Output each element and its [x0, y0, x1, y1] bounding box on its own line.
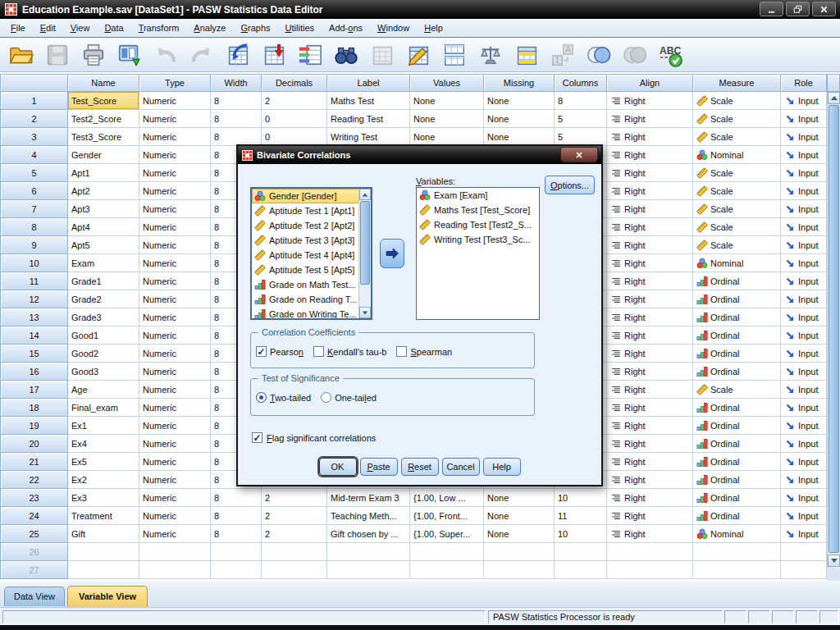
cell-align[interactable]: Right [607, 254, 693, 272]
ok-button[interactable]: OK [319, 458, 357, 476]
menu-utilities[interactable]: Utilities [278, 21, 322, 35]
dialog-close-button[interactable] [560, 147, 598, 162]
radio-twotailed[interactable]: Two-tailed [256, 392, 311, 403]
cell-role[interactable]: Input [781, 146, 827, 164]
cell-role[interactable]: Input [781, 182, 827, 200]
menu-graphs[interactable]: Graphs [233, 21, 277, 35]
cell-align[interactable]: Right [607, 525, 693, 543]
cell-measure[interactable]: Ordinal [693, 453, 781, 471]
cell-align[interactable]: Right [607, 182, 693, 200]
row-number[interactable]: 5 [0, 164, 68, 182]
menu-file[interactable]: File [3, 21, 33, 35]
cell-measure[interactable]: Scale [693, 200, 781, 218]
cell-name[interactable]: Ex1 [68, 417, 139, 435]
cell-type[interactable]: Numeric [139, 471, 211, 489]
flag-significant-checkbox[interactable]: Flag significant correlations [252, 432, 376, 443]
cell-role[interactable]: Input [781, 254, 827, 272]
cell-measure[interactable]: Scale [693, 236, 781, 254]
tab-data-view[interactable]: Data View [4, 587, 65, 606]
cell-role[interactable]: Input [781, 489, 827, 507]
cell-measure[interactable]: Scale [693, 92, 781, 110]
variables-list-item[interactable]: Exam [Exam] [417, 188, 539, 203]
checkbox-pearson[interactable]: Pearson [256, 346, 304, 357]
cell-decimals[interactable]: 2 [262, 92, 327, 110]
cell-align[interactable]: Right [607, 92, 693, 110]
cell-role[interactable]: Input [781, 525, 827, 543]
cell-align[interactable]: Right [607, 399, 693, 417]
cell-role[interactable]: Input [781, 363, 827, 381]
variables-button[interactable] [294, 40, 326, 70]
cell-columns[interactable] [555, 543, 607, 561]
row-number[interactable]: 18 [0, 399, 68, 417]
close-button[interactable] [812, 2, 836, 16]
cell-label[interactable] [327, 561, 410, 579]
row-number[interactable]: 8 [0, 218, 68, 236]
cell-missing[interactable]: None [484, 92, 555, 110]
column-header-name[interactable]: Name [68, 74, 139, 92]
cell-type[interactable]: Numeric [139, 525, 211, 543]
cell-values[interactable] [410, 543, 484, 561]
cell-columns[interactable]: 10 [555, 525, 607, 543]
insert-variable-button[interactable] [403, 40, 434, 70]
cell-type[interactable]: Numeric [139, 218, 211, 236]
cell-name[interactable]: Grade1 [68, 272, 139, 290]
cell-name[interactable]: Exam [68, 254, 139, 272]
cell-align[interactable] [607, 561, 693, 579]
cell-measure[interactable]: Nominal [693, 146, 781, 164]
list-scroll-thumb[interactable] [360, 201, 370, 285]
cell-decimals[interactable]: 2 [262, 507, 327, 525]
row-number[interactable]: 20 [0, 435, 68, 453]
cell-align[interactable]: Right [607, 308, 693, 326]
cell-name[interactable]: Apt5 [68, 236, 139, 254]
menu-addons[interactable]: Add-ons [322, 21, 370, 35]
cell-label[interactable]: Reading Test [327, 110, 410, 128]
list-scroll-up-button[interactable] [359, 189, 371, 200]
cell-role[interactable]: Input [781, 453, 827, 471]
cell-type[interactable]: Numeric [139, 417, 211, 435]
variables-list-item[interactable]: Maths Test [Test_Score] [417, 203, 539, 217]
cell-type[interactable]: Numeric [139, 507, 211, 525]
cancel-button[interactable]: Cancel [442, 458, 480, 476]
cell-name[interactable]: Apt2 [68, 182, 139, 200]
cell-decimals[interactable]: 0 [262, 110, 327, 128]
cell-name[interactable]: Test3_Score [68, 128, 139, 146]
row-number[interactable]: 21 [0, 453, 68, 471]
cell-label[interactable]: Writing Test [327, 128, 410, 146]
cell-decimals[interactable] [262, 543, 327, 561]
minimize-button[interactable] [760, 2, 783, 16]
menu-data[interactable]: Data [97, 21, 130, 35]
cell-values[interactable]: {1.00, Low ... [410, 489, 484, 507]
cell-decimals[interactable]: 2 [262, 489, 327, 507]
cell-width[interactable]: 8 [211, 525, 262, 543]
cell-role[interactable]: Input [781, 92, 827, 110]
cell-type[interactable]: Numeric [139, 146, 211, 164]
row-number[interactable]: 10 [0, 254, 68, 272]
cell-decimals[interactable]: 2 [262, 525, 327, 543]
row-number[interactable]: 2 [0, 110, 68, 128]
cell-missing[interactable]: None [484, 110, 555, 128]
open-data-button[interactable] [6, 40, 37, 70]
row-number[interactable]: 11 [0, 272, 68, 290]
cell-type[interactable]: Numeric [139, 272, 211, 290]
cell-align[interactable]: Right [607, 164, 693, 182]
paste-button[interactable]: Paste [360, 458, 398, 476]
cell-width[interactable]: 8 [211, 110, 262, 128]
menu-analyze[interactable]: Analyze [186, 21, 233, 35]
cell-missing[interactable]: None [484, 525, 555, 543]
cell-align[interactable]: Right [607, 110, 693, 128]
row-number[interactable]: 3 [0, 128, 68, 146]
cell-values[interactable] [410, 561, 484, 579]
cell-measure[interactable]: Ordinal [693, 272, 781, 290]
cell-missing[interactable]: None [484, 507, 555, 525]
cell-columns[interactable]: 11 [555, 507, 607, 525]
scroll-up-button[interactable] [828, 92, 840, 104]
cell-measure[interactable]: Scale [693, 164, 781, 182]
cell-measure[interactable]: Scale [693, 381, 781, 399]
cell-type[interactable]: Numeric [139, 435, 211, 453]
cell-label[interactable]: Maths Test [327, 92, 410, 110]
cell-name[interactable]: Ex5 [68, 453, 139, 471]
row-number[interactable]: 4 [0, 146, 68, 164]
column-header-label[interactable]: Label [327, 74, 410, 92]
cell-name[interactable]: Final_exam [68, 399, 139, 417]
radio-onetailed[interactable]: One-tailed [321, 392, 377, 403]
